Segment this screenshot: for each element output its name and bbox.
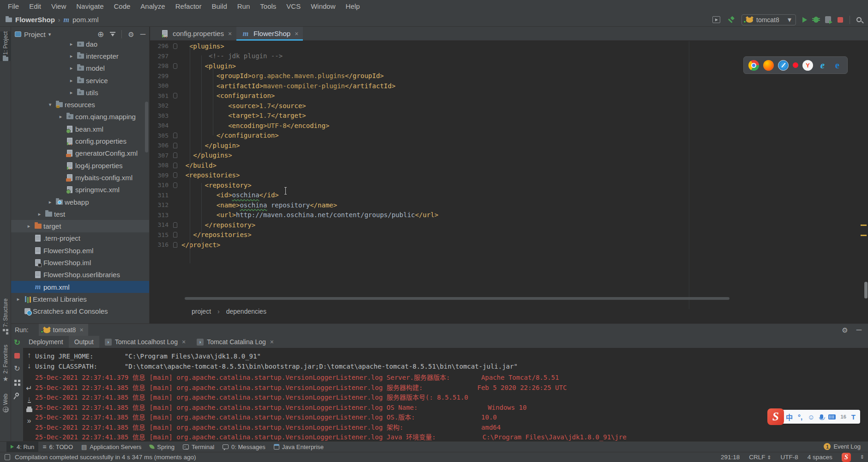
browser-ie-icon[interactable]: e <box>817 60 828 71</box>
menu-run[interactable]: Run <box>232 0 255 12</box>
tree-toggle-icon[interactable]: ▾ <box>46 102 54 108</box>
tree-item-flowershop-iml[interactable]: FlowerShop.iml <box>11 256 149 268</box>
close-icon[interactable]: × <box>270 338 274 346</box>
menu-edit[interactable]: Edit <box>24 0 46 12</box>
ime-keyboard-icon[interactable] <box>828 414 836 419</box>
tree-item-config-properties[interactable]: config.properties <box>11 135 149 147</box>
print-icon[interactable] <box>26 408 32 412</box>
ime-microphone-icon[interactable] <box>820 414 823 419</box>
editor-hscrollbar[interactable] <box>185 297 729 300</box>
debug-button[interactable] <box>814 17 819 23</box>
tree-toggle-icon[interactable]: ▸ <box>67 53 76 59</box>
fold-marker-icon[interactable] <box>173 172 177 178</box>
event-log-button[interactable]: 1 Event Log <box>824 441 861 452</box>
console-output[interactable]: Using JRE_HOME: "C:\Program Files\Java\j… <box>35 353 868 441</box>
tree-item-com-qiang-mapping[interactable]: ▸com.qiang.mapping <box>11 111 149 123</box>
browser-edge-icon[interactable]: e <box>832 60 843 71</box>
browser-yandex-icon[interactable]: Y <box>802 60 813 71</box>
editor-tab-flowershop[interactable]: mFlowerShop× <box>236 27 303 40</box>
build-hammer-icon[interactable] <box>727 16 735 24</box>
dashboard-icon[interactable] <box>14 380 17 382</box>
close-icon[interactable]: × <box>228 30 232 37</box>
fold-marker-icon[interactable] <box>173 163 177 168</box>
toolwindow-spring[interactable]: Spring <box>145 442 179 452</box>
ime-skin-icon[interactable]: T <box>851 413 856 421</box>
code-editor[interactable]: 296 <plugins>297 <!-- jdk plugin -->298 … <box>150 41 868 309</box>
toolwindow-0-messages[interactable]: 0: Messages <box>218 442 270 452</box>
hide-panel-icon[interactable]: ─ <box>856 326 862 334</box>
menu-vcs[interactable]: VCS <box>281 0 306 12</box>
tree-toggle-icon[interactable]: ▸ <box>67 90 76 96</box>
tree-item-springmvc-xml[interactable]: springmvc.xml <box>11 184 149 196</box>
project-panel-title[interactable]: Project <box>24 30 46 38</box>
line-ending-select[interactable]: CRLF ⇕ <box>749 454 771 461</box>
fold-marker-icon[interactable] <box>173 63 177 69</box>
tree-item-service[interactable]: ▸service <box>11 74 149 86</box>
menu-build[interactable]: Build <box>206 0 232 12</box>
tree-item-dao[interactable]: ▸dao <box>11 42 149 50</box>
menu-help[interactable]: Help <box>341 0 365 12</box>
menu-refactor[interactable]: Refactor <box>170 0 207 12</box>
tree-item-generatorconfig-xml[interactable]: generatorConfig.xml <box>11 147 149 159</box>
stop-icon[interactable] <box>14 353 20 359</box>
tree-toggle-icon[interactable]: ▸ <box>14 296 23 302</box>
menu-window[interactable]: Window <box>306 0 340 12</box>
toolwindow-application-servers[interactable]: ▤Application Servers <box>77 442 145 452</box>
tree-toggle-icon[interactable]: ▸ <box>67 42 76 47</box>
stripe-favorites-button[interactable]: 2: Favorites ★ <box>0 345 11 382</box>
error-stripe-mark[interactable] <box>861 235 867 236</box>
stop-button[interactable] <box>838 17 843 23</box>
toolwindow-preview-icon[interactable] <box>712 16 720 23</box>
tree-item-flowershop-userlibraries[interactable]: FlowerShop.userlibraries <box>11 269 149 281</box>
fold-marker-icon[interactable] <box>173 133 177 138</box>
run-tab-tomcat-catalina-log[interactable]: ›Tomcat Catalina Log× <box>191 336 279 348</box>
error-stripe-mark[interactable] <box>861 225 867 226</box>
tree-item-test[interactable]: ▸test <box>11 208 149 220</box>
pin-icon[interactable] <box>14 392 19 397</box>
ime-punctuation-icon[interactable]: °, <box>798 413 802 421</box>
rerun-icon[interactable]: ↻ <box>14 339 20 346</box>
soft-wrap-icon[interactable]: ↵ <box>26 385 32 392</box>
tree-item-target[interactable]: ▸target <box>11 220 149 232</box>
collapse-status-icon[interactable]: ⇕ <box>860 455 864 460</box>
run-session-tab[interactable]: tomcat8 × <box>39 324 88 336</box>
tree-item-log4j-properties[interactable]: log4j.properties <box>11 159 149 171</box>
encoding-select[interactable]: UTF-8 <box>780 454 798 461</box>
run-tab-tomcat-localhost-log[interactable]: ›Tomcat Localhost Log× <box>99 336 191 348</box>
tree-toggle-icon[interactable]: ▸ <box>35 211 44 217</box>
browser-firefox-icon[interactable] <box>763 60 774 71</box>
stripe-web-button[interactable]: Web <box>0 394 11 413</box>
menu-tools[interactable]: Tools <box>255 0 281 12</box>
browser-opera-icon[interactable] <box>793 62 798 68</box>
tree-item--tern-project[interactable]: .tern-project <box>11 232 149 244</box>
fold-marker-icon[interactable] <box>173 222 177 228</box>
ime-user-badge[interactable]: 16 <box>841 414 846 419</box>
run-tab-deployment[interactable]: Deployment <box>23 336 69 348</box>
breadcrumb-tag[interactable]: dependencies <box>226 308 266 315</box>
collapse-all-icon[interactable] <box>110 32 115 36</box>
tree-toggle-icon[interactable]: ▸ <box>67 78 76 84</box>
menu-navigate[interactable]: Navigate <box>71 0 108 12</box>
sogou-tray-icon[interactable]: S <box>842 453 851 462</box>
tree-toggle-icon[interactable]: ▸ <box>67 65 76 71</box>
menu-view[interactable]: View <box>46 0 71 12</box>
run-configuration-select[interactable]: tomcat8 ▾ <box>741 14 796 25</box>
close-icon[interactable]: × <box>79 326 83 334</box>
caret-position[interactable]: 291:18 <box>721 454 740 461</box>
gear-icon[interactable]: ⚙ <box>842 327 848 334</box>
tree-item-pom-xml[interactable]: mpom.xml <box>11 281 149 293</box>
scroll-to-end-icon[interactable]: ↓ <box>28 395 31 403</box>
stripe-structure-button[interactable]: 7: Structure <box>0 298 11 334</box>
ime-chinese-mode-icon[interactable]: 中 <box>786 412 793 422</box>
tree-toggle-icon[interactable]: ▸ <box>46 199 54 205</box>
tree-item-intercepter[interactable]: ▸intercepter <box>11 50 149 62</box>
fold-marker-icon[interactable] <box>173 43 177 49</box>
tree-item-external-libraries[interactable]: ▸External Libraries <box>11 293 149 305</box>
locate-file-icon[interactable]: ⊕ <box>97 30 104 38</box>
tree-toggle-icon[interactable]: ▸ <box>24 223 33 229</box>
editor-tab-config.properties[interactable]: config.properties× <box>156 27 236 40</box>
tree-item-bean-xml[interactable]: bean.xml <box>11 123 149 135</box>
search-everywhere-icon[interactable] <box>856 17 862 22</box>
fold-marker-icon[interactable] <box>173 152 177 158</box>
tree-item-scratches-and-consoles[interactable]: Scratches and Consoles <box>11 305 149 317</box>
